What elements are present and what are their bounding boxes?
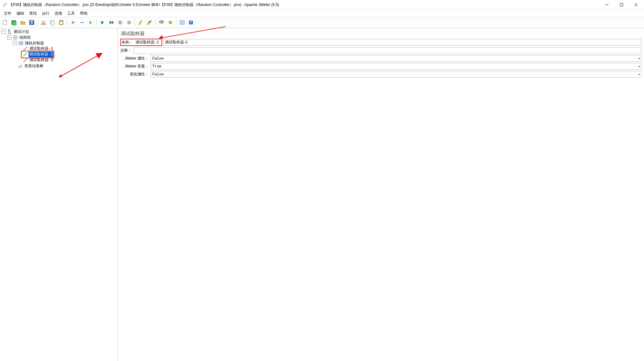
test-plan-icon <box>7 29 12 34</box>
open-icon[interactable] <box>19 18 27 27</box>
chevron-down-icon: ▾ <box>638 57 640 60</box>
chevron-down-icon: ▾ <box>638 73 640 76</box>
minimize-button[interactable] <box>600 0 614 10</box>
menu-help[interactable]: 帮助 <box>77 10 90 17</box>
tree-node-sampler-2[interactable]: 调试取样器-2 <box>0 52 117 57</box>
test-plan-tree: − 测试计划 − 线程组 − 随机控制器 <box>0 29 117 69</box>
shutdown-icon[interactable] <box>125 18 133 27</box>
svg-point-7 <box>42 23 43 25</box>
jmeter-vars-row: JMeter 变量： True ▾ <box>120 63 641 70</box>
menu-edit[interactable]: 编辑 <box>14 10 27 17</box>
toolbar-sep <box>96 19 97 26</box>
toolbar-sep <box>67 19 67 26</box>
copy-icon[interactable] <box>48 18 56 27</box>
name-label: 名称： <box>122 40 134 45</box>
comment-row: 注释： <box>120 47 641 54</box>
tree-node-random-controller[interactable]: − 随机控制器 <box>0 40 117 46</box>
body-split: − 测试计划 − 线程组 − 随机控制器 <box>0 28 644 361</box>
clear-all-icon[interactable] <box>146 18 154 27</box>
toolbar-sep <box>37 19 38 26</box>
function-helper-icon[interactable] <box>178 18 186 27</box>
paste-icon[interactable] <box>57 18 65 27</box>
svg-point-8 <box>44 23 45 25</box>
toggle-icon[interactable] <box>87 18 95 27</box>
toolbar-sep <box>135 19 135 26</box>
svg-rect-6 <box>30 23 33 24</box>
stop-icon[interactable] <box>116 18 124 27</box>
tree-pane[interactable]: − 测试计划 − 线程组 − 随机控制器 <box>0 28 118 361</box>
toolbar-sep <box>176 19 176 26</box>
menu-run[interactable]: 运行 <box>39 10 52 17</box>
search-icon[interactable] <box>157 18 166 27</box>
svg-rect-10 <box>51 22 54 25</box>
tree-label: 调试取样器-2 <box>29 52 53 57</box>
jmeter-props-row: JMeter 属性： False ▾ <box>120 55 641 62</box>
start-icon[interactable] <box>98 18 107 27</box>
new-icon[interactable] <box>1 18 9 27</box>
thread-group-icon <box>13 35 18 40</box>
titlebar: 【P39】随机控制器（Random Controller）.jmx (D:\De… <box>0 0 644 10</box>
sampler-icon <box>23 58 28 63</box>
clear-icon[interactable] <box>137 18 145 27</box>
svg-text:?: ? <box>190 21 192 24</box>
svg-point-14 <box>127 21 131 24</box>
svg-rect-22 <box>8 29 10 31</box>
toolbar: ? <box>0 17 644 28</box>
jmeter-props-select[interactable]: False ▾ <box>151 55 641 62</box>
comment-input[interactable] <box>134 47 641 54</box>
tree-toggle-icon[interactable]: − <box>13 41 17 45</box>
tree-node-thread-group[interactable]: − 线程组 <box>0 35 117 40</box>
tree-node-sampler-1[interactable]: 调试取样器-1 <box>0 46 117 52</box>
tree-toggle-icon[interactable]: − <box>1 29 6 34</box>
menubar: 文件 编辑 查找 运行 选项 工具 帮助 <box>0 10 644 17</box>
reset-search-icon[interactable] <box>166 18 174 27</box>
tree-toggle-icon[interactable]: − <box>7 35 11 40</box>
menu-options[interactable]: 选项 <box>52 10 65 17</box>
templates-icon[interactable] <box>10 18 18 27</box>
combo-value: False <box>152 72 164 77</box>
tree-node-view-results[interactable]: 查看结果树 <box>0 63 117 69</box>
annotation-highlight-box: 名称： 调试取样器-2 <box>120 39 162 46</box>
svg-point-18 <box>170 22 171 23</box>
system-props-label: 系统属性： <box>120 72 151 77</box>
svg-rect-5 <box>30 21 33 22</box>
menu-find[interactable]: 查找 <box>27 10 39 17</box>
name-value-preview: 调试取样器-2 <box>134 40 161 45</box>
panel-title: 调试取样器 <box>120 30 641 39</box>
menu-file[interactable]: 文件 <box>1 10 14 17</box>
app-icon <box>3 3 7 7</box>
close-button[interactable] <box>629 0 643 10</box>
window-title: 【P39】随机控制器（Random Controller）.jmx (D:\De… <box>9 2 279 8</box>
tree-node-test-plan[interactable]: − 测试计划 <box>0 29 117 35</box>
controller-icon <box>18 41 23 46</box>
help-icon[interactable]: ? <box>187 18 195 27</box>
svg-point-31 <box>23 61 24 62</box>
svg-rect-0 <box>620 3 623 6</box>
svg-rect-3 <box>12 21 16 25</box>
svg-point-29 <box>23 56 24 57</box>
sampler-icon <box>23 52 28 57</box>
jmeter-props-label: JMeter 属性： <box>120 56 151 61</box>
tree-label: 线程组 <box>19 35 31 40</box>
editor-pane: 调试取样器 名称： 调试取样器-2 注释： JMeter 属性： False ▾ <box>118 28 644 361</box>
combo-value: False <box>152 56 164 61</box>
collapse-icon[interactable] <box>78 18 86 27</box>
menu-tools[interactable]: 工具 <box>65 10 77 17</box>
name-row: 名称： 调试取样器-2 <box>120 39 641 46</box>
jmeter-vars-select[interactable]: True ▾ <box>151 63 641 70</box>
tree-label: 调试取样器-3 <box>29 57 54 63</box>
start-no-timers-icon[interactable] <box>107 18 115 27</box>
combo-value: True <box>152 64 161 69</box>
tree-node-sampler-3[interactable]: 调试取样器-3 <box>0 57 117 63</box>
svg-point-24 <box>15 37 16 38</box>
tree-label: 随机控制器 <box>24 40 45 46</box>
system-props-select[interactable]: False ▾ <box>151 71 641 78</box>
name-input[interactable] <box>163 39 641 46</box>
save-icon[interactable] <box>28 18 36 27</box>
cut-icon[interactable] <box>39 18 48 27</box>
expand-icon[interactable] <box>69 18 77 27</box>
app-window: { "titlebar": { "title": "【P39】随机控制器（Ran… <box>0 0 644 361</box>
jmeter-vars-label: JMeter 变量： <box>120 64 151 69</box>
maximize-button[interactable] <box>614 0 629 10</box>
tree-label: 测试计划 <box>13 29 30 35</box>
